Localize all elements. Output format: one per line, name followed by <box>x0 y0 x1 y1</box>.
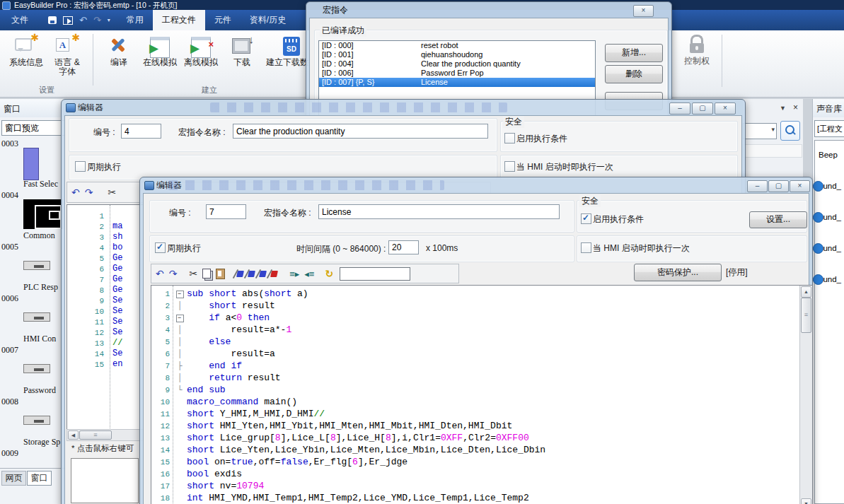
macro-id-input[interactable] <box>121 124 161 139</box>
macro-list-item[interactable]: [ID : 006]Password Err Pop <box>319 69 595 78</box>
code-line[interactable]: 2│ short result <box>151 300 800 312</box>
code-line[interactable]: 3− if a<0 then <box>151 312 800 324</box>
preview-mode-dropdown[interactable]: 窗口预览 <box>1 120 65 136</box>
fold-marker[interactable]: │ <box>174 349 185 358</box>
fold-marker[interactable]: │ <box>174 301 185 310</box>
undo-icon[interactable]: ↶ <box>79 16 87 25</box>
export-icon[interactable] <box>63 16 73 25</box>
macro-name-input[interactable] <box>318 204 560 219</box>
scrollbar-thumb[interactable] <box>801 298 811 333</box>
sound-item[interactable]: ound_ <box>819 244 841 252</box>
fold-marker[interactable]: │ <box>174 325 185 334</box>
macro-id-input[interactable] <box>206 204 246 219</box>
ribbon-tab[interactable]: 元件 <box>205 10 241 30</box>
run-once-checkbox[interactable] <box>581 242 591 253</box>
sound-play-icon[interactable] <box>813 274 823 285</box>
scroll-down-icon[interactable]: ▼ <box>801 498 811 504</box>
code-line[interactable]: 7├ end if <box>151 360 800 372</box>
close-icon[interactable]: × <box>793 102 798 112</box>
macro-description-box[interactable] <box>71 458 139 503</box>
sound-item[interactable]: ound_ <box>819 275 841 283</box>
macro-list-item[interactable]: [ID : 001]qiehuanshoudong <box>319 50 595 59</box>
fold-marker[interactable]: − <box>174 289 185 298</box>
code-line[interactable]: 6│ result=a <box>151 348 800 360</box>
chevron-down-icon[interactable]: ▼ <box>780 105 786 112</box>
search-input[interactable] <box>340 267 410 281</box>
paste-icon[interactable] <box>216 269 225 279</box>
macro-list-item[interactable]: [ID : 000]reset robot <box>319 41 595 50</box>
ribbon-button[interactable]: A✱语言 & 字体 <box>48 33 86 78</box>
code-line[interactable]: 4│ result=a*-1 <box>151 324 800 336</box>
periodic-checkbox[interactable] <box>75 161 86 172</box>
previous-bookmark-icon[interactable] <box>259 271 267 277</box>
copy-icon[interactable] <box>202 269 211 279</box>
macro-list-item[interactable]: [ID : 007] {P, S}License <box>319 78 595 87</box>
interval-input[interactable] <box>388 240 419 254</box>
code-line[interactable]: 10macro_command main() <box>151 396 800 408</box>
run-once-checkbox[interactable] <box>504 161 515 172</box>
code-line[interactable]: 8│ return result <box>151 372 800 384</box>
enable-condition-checkbox[interactable] <box>504 133 515 143</box>
clear-bookmarks-icon[interactable] <box>270 271 278 277</box>
ribbon-button[interactable]: ▶在线模拟 <box>141 33 179 69</box>
close-button[interactable]: × <box>633 5 654 17</box>
maximize-button[interactable]: ▢ <box>768 180 789 192</box>
ribbon-tab[interactable]: 常用 <box>117 10 153 30</box>
code-line[interactable]: 9└end sub <box>151 384 800 396</box>
code-line[interactable]: 1−sub short abs(short a) <box>151 288 800 300</box>
indent-icon[interactable]: ≡▸ <box>289 269 299 279</box>
menu-file[interactable]: 文件 <box>0 10 40 30</box>
sound-library-source-dropdown[interactable]: [工程文 <box>814 120 844 137</box>
password-protect-button[interactable]: 密码保护... <box>634 264 722 281</box>
undo-icon[interactable]: ↶ <box>71 187 80 198</box>
code-line[interactable]: 13short Lice_grup[8],Lice_L[8],Lice_H[8]… <box>151 432 800 444</box>
fold-marker[interactable]: └ <box>174 385 185 394</box>
ribbon-tab[interactable]: 工程文件 <box>153 10 205 30</box>
ribbon-button[interactable]: ✱系统信息 <box>7 33 45 78</box>
redo-icon[interactable]: ↷ <box>85 187 93 198</box>
redo-icon[interactable]: ↷ <box>169 268 178 279</box>
toggle-bookmark-icon[interactable] <box>236 271 244 277</box>
chevron-down-icon[interactable]: ▾ <box>108 17 110 23</box>
next-bookmark-icon[interactable] <box>248 271 255 277</box>
vertical-scrollbar[interactable]: ▲ ▼ <box>799 286 812 504</box>
maximize-button[interactable]: ▢ <box>692 102 713 115</box>
sound-item[interactable]: ound_ <box>819 182 841 190</box>
enable-condition-checkbox[interactable] <box>581 213 591 224</box>
sound-play-icon[interactable] <box>813 181 823 192</box>
fold-marker[interactable]: − <box>174 313 185 322</box>
scroll-up-icon[interactable]: ▲ <box>801 286 811 298</box>
fold-marker[interactable]: │ <box>174 373 185 382</box>
cut-icon[interactable]: ✂ <box>189 268 197 279</box>
outdent-icon[interactable]: ◂≡ <box>304 269 314 279</box>
close-button[interactable]: × <box>790 180 810 192</box>
macro-list-item[interactable]: [ID : 004]Clear the production quantity <box>319 59 595 69</box>
sound-play-icon[interactable] <box>813 243 823 254</box>
ribbon-button[interactable]: ↓下载 <box>223 33 261 69</box>
save-icon[interactable] <box>48 16 57 24</box>
search-button[interactable] <box>780 121 800 141</box>
address-dropdown[interactable] <box>743 123 777 139</box>
redo-icon[interactable]: ↷ <box>93 16 101 25</box>
sound-item[interactable]: ound_ <box>819 213 841 221</box>
periodic-checkbox[interactable] <box>155 242 166 253</box>
ribbon-button[interactable]: 编译 <box>100 33 138 69</box>
code-line[interactable]: 11short Y_HMI,M_HMI,D_HMI// <box>151 408 800 420</box>
sound-play-icon[interactable] <box>813 212 823 223</box>
close-button[interactable]: × <box>715 102 736 115</box>
minimize-button[interactable]: – <box>747 180 768 192</box>
minimize-button[interactable]: – <box>669 102 690 115</box>
sound-item[interactable]: Beep <box>819 151 838 159</box>
fold-marker[interactable]: ├ <box>174 361 185 370</box>
scrollbar-thumb[interactable]: ≡ <box>79 430 112 440</box>
code-line[interactable]: 16bool exdis <box>151 468 800 480</box>
cut-icon[interactable]: ✂ <box>108 187 116 198</box>
code-line[interactable]: 15bool on=true,off=false,Er_flg[6],Er_jd… <box>151 456 800 468</box>
fold-marker[interactable]: │ <box>174 337 185 346</box>
code-line[interactable]: 17short nv=10794 <box>151 480 800 492</box>
macro-delete-button[interactable]: 删除 <box>605 65 663 83</box>
code-line[interactable]: 18int HMI_YMD,HMI_Temp1,HMI_Temp2,Lice_Y… <box>151 492 800 504</box>
scroll-left-icon[interactable]: ◀ <box>68 430 79 440</box>
macro-new-button[interactable]: 新增... <box>605 44 663 62</box>
code-line[interactable]: 5│ else <box>151 336 800 348</box>
